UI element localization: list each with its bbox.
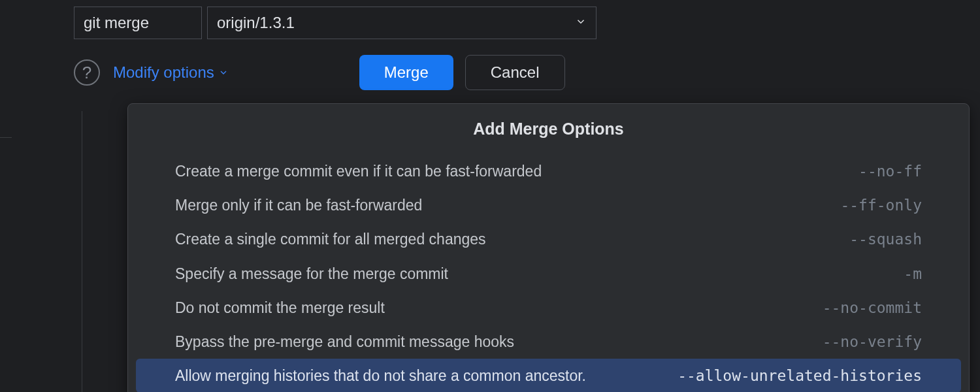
option-flag: --no-ff xyxy=(858,161,922,182)
option-row[interactable]: Create a single commit for all merged ch… xyxy=(128,222,969,256)
option-desc: Bypass the pre-merge and commit message … xyxy=(175,331,514,352)
merge-button[interactable]: Merge xyxy=(359,55,453,90)
panel-title: Add Merge Options xyxy=(128,120,969,139)
branch-value: origin/1.3.1 xyxy=(217,14,295,32)
option-row[interactable]: Do not commit the merge result--no-commi… xyxy=(128,291,969,325)
option-row[interactable]: Merge only if it can be fast-forwarded--… xyxy=(128,188,969,222)
option-flag: --no-commit xyxy=(823,297,922,318)
button-group: Merge Cancel xyxy=(359,55,565,90)
option-row[interactable]: Create a merge commit even if it can be … xyxy=(128,154,969,188)
cancel-button[interactable]: Cancel xyxy=(465,55,565,90)
option-desc: Create a single commit for all merged ch… xyxy=(175,229,486,250)
chevron-down-icon xyxy=(575,16,587,31)
option-desc: Specify a message for the merge commit xyxy=(175,263,448,284)
option-flag: --squash xyxy=(849,229,922,250)
tree-guide-line xyxy=(82,111,82,392)
option-desc: Allow merging histories that do not shar… xyxy=(175,365,586,386)
option-desc: Merge only if it can be fast-forwarded xyxy=(175,195,422,216)
option-desc: Create a merge commit even if it can be … xyxy=(175,161,542,182)
option-flag: --no-verify xyxy=(823,331,922,352)
option-row[interactable]: Allow merging histories that do not shar… xyxy=(136,359,961,392)
option-desc: Do not commit the merge result xyxy=(175,297,385,318)
controls-row: ? Modify options Merge Cancel xyxy=(74,55,596,90)
option-row[interactable]: Specify a message for the merge commit-m xyxy=(128,257,969,291)
command-row: git merge origin/1.3.1 xyxy=(74,7,596,39)
modify-options-label: Modify options xyxy=(113,63,214,82)
modify-options-link[interactable]: Modify options xyxy=(113,63,229,82)
option-flag: --allow-unrelated-histories xyxy=(678,365,922,386)
option-flag: -m xyxy=(904,263,922,284)
merge-options-panel: Add Merge Options Create a merge commit … xyxy=(127,103,970,392)
git-command-field[interactable]: git merge xyxy=(74,7,202,39)
option-flag: --ff-only xyxy=(840,195,922,216)
chevron-down-icon xyxy=(218,63,229,82)
git-command-text: git merge xyxy=(84,14,149,31)
options-list: Create a merge commit even if it can be … xyxy=(128,154,969,392)
tree-guide-stub xyxy=(0,137,12,138)
question-mark-icon: ? xyxy=(82,63,91,83)
option-row[interactable]: Bypass the pre-merge and commit message … xyxy=(128,325,969,359)
merge-dialog-top: git merge origin/1.3.1 ? Modify options … xyxy=(74,7,596,90)
branch-select[interactable]: origin/1.3.1 xyxy=(207,7,596,39)
help-icon[interactable]: ? xyxy=(74,59,100,86)
